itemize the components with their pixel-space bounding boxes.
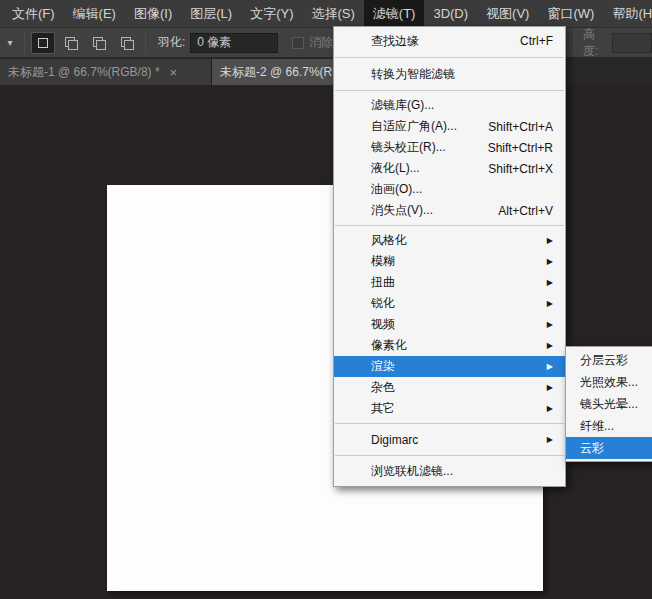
submenu-arrow-icon: ▶ (547, 278, 553, 287)
menu-separator (335, 225, 564, 226)
menu-separator (335, 90, 564, 91)
menu-bar: 文件(F) 编辑(E) 图像(I) 图层(L) 文字(Y) 选择(S) 滤镜(T… (0, 0, 652, 28)
menu-item-convert-smart-filters[interactable]: 转换为智能滤镜 (334, 62, 565, 86)
menu-item-filter-gallery[interactable]: 滤镜库(G)... (334, 95, 565, 116)
submenu-arrow-icon: ▶ (547, 257, 553, 266)
submenu-arrow-icon: ▶ (547, 341, 553, 350)
menubar-item-layer[interactable]: 图层(L) (181, 0, 241, 27)
height-label: 高度: (583, 26, 607, 60)
antialias-checkbox (292, 37, 304, 49)
menubar-item-type[interactable]: 文字(Y) (241, 0, 302, 27)
menu-item-find-edges[interactable]: 查找边缘 Ctrl+F (334, 29, 565, 53)
menu-item-browse-filters-online[interactable]: 浏览联机滤镜... (334, 460, 565, 483)
shortcut-label: Alt+Ctrl+V (498, 204, 553, 218)
shortcut-label: Shift+Ctrl+A (488, 120, 553, 134)
add-selection-button[interactable] (59, 32, 83, 54)
submenu-arrow-icon: ▶ (547, 383, 553, 392)
menu-item-render[interactable]: 渲染 ▶ (334, 356, 565, 377)
shortcut-label: Shift+Ctrl+X (488, 162, 553, 176)
divider (24, 32, 25, 54)
submenu-arrow-icon: ▶ (547, 320, 553, 329)
feather-input[interactable]: 0 像素 (190, 33, 278, 53)
height-input (612, 33, 652, 53)
divider (574, 32, 575, 54)
submenu-arrow-icon: ▶ (547, 362, 553, 371)
menubar-item-select[interactable]: 选择(S) (302, 0, 363, 27)
menubar-item-filter[interactable]: 滤镜(T) (364, 0, 425, 27)
menu-item-digimarc[interactable]: Digimarc ▶ (334, 428, 565, 451)
menu-item-distort[interactable]: 扭曲 ▶ (334, 272, 565, 293)
filter-menu-panel: 查找边缘 Ctrl+F 转换为智能滤镜 滤镜库(G)... 自适应广角(A)..… (333, 26, 566, 487)
menu-item-liquify[interactable]: 液化(L)... Shift+Ctrl+X (334, 158, 565, 179)
submenu-item-lighting-effects[interactable]: 光照效果... (566, 371, 652, 393)
menu-item-oil-paint[interactable]: 油画(O)... (334, 179, 565, 200)
menu-item-pixelate[interactable]: 像素化 ▶ (334, 335, 565, 356)
menu-item-stylize[interactable]: 风格化 ▶ (334, 230, 565, 251)
menu-item-lens-correction[interactable]: 镜头校正(R)... Shift+Ctrl+R (334, 137, 565, 158)
menubar-item-view[interactable]: 视图(V) (477, 0, 538, 27)
menubar-item-help[interactable]: 帮助(H) (603, 0, 652, 27)
menu-item-other[interactable]: 其它 ▶ (334, 398, 565, 419)
menu-separator (335, 455, 564, 456)
submenu-item-difference-clouds[interactable]: 分层云彩 (566, 349, 652, 371)
shortcut-label: Ctrl+F (520, 34, 553, 48)
tool-preset-dropdown-icon[interactable]: ▾ (0, 37, 20, 48)
submenu-item-clouds[interactable]: 云彩 (566, 437, 652, 459)
subtract-selection-button[interactable] (87, 32, 111, 54)
menu-separator (335, 423, 564, 424)
intersect-selection-button[interactable] (115, 32, 139, 54)
menubar-item-3d[interactable]: 3D(D) (424, 0, 477, 27)
menu-item-sharpen[interactable]: 锐化 ▶ (334, 293, 565, 314)
menubar-item-window[interactable]: 窗口(W) (538, 0, 603, 27)
feather-label: 羽化: (158, 34, 185, 51)
document-tab-label: 未标题-1 @ 66.7%(RGB/8) * (8, 64, 160, 81)
submenu-arrow-icon: ▶ (547, 404, 553, 413)
new-selection-icon (38, 38, 48, 48)
menu-item-vanishing-point[interactable]: 消失点(V)... Alt+Ctrl+V (334, 200, 565, 221)
submenu-item-lens-flare[interactable]: 镜头光晕... (566, 393, 652, 415)
new-selection-button[interactable] (31, 32, 55, 54)
submenu-item-fibers[interactable]: 纤维... (566, 415, 652, 437)
menubar-item-edit[interactable]: 编辑(E) (64, 0, 125, 27)
tab-close-icon[interactable]: × (170, 65, 178, 80)
submenu-arrow-icon: ▶ (547, 299, 553, 308)
menu-separator (335, 57, 564, 58)
submenu-arrow-icon: ▶ (547, 236, 553, 245)
menu-item-video[interactable]: 视频 ▶ (334, 314, 565, 335)
shortcut-label: Shift+Ctrl+R (488, 141, 553, 155)
submenu-arrow-icon: ▶ (547, 435, 553, 444)
document-tab-untitled-1[interactable]: 未标题-1 @ 66.7%(RGB/8) * × (0, 59, 212, 85)
menu-item-blur[interactable]: 模糊 ▶ (334, 251, 565, 272)
menu-item-adaptive-wide-angle[interactable]: 自适应广角(A)... Shift+Ctrl+A (334, 116, 565, 137)
menubar-item-file[interactable]: 文件(F) (3, 0, 64, 27)
divider (145, 32, 146, 54)
menu-item-noise[interactable]: 杂色 ▶ (334, 377, 565, 398)
menubar-item-image[interactable]: 图像(I) (125, 0, 181, 27)
render-submenu-panel: 分层云彩 光照效果... 镜头光晕... 纤维... 云彩 (565, 346, 652, 462)
